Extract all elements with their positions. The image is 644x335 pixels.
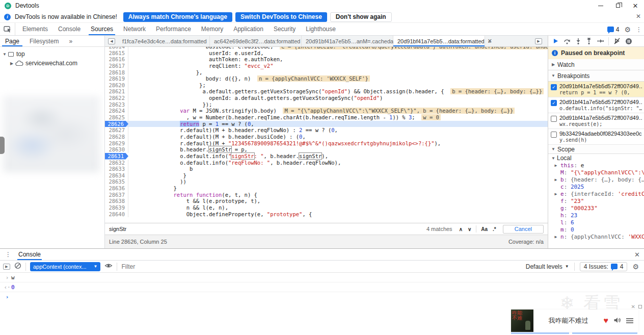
code-line[interactable]: 28627 r.default)(M + b.header.reqFlowNo)… [105, 127, 548, 134]
console-output[interactable]: ›w‹·0› [0, 273, 644, 302]
source-tab[interactable]: ac642e69de8c3f2…data:formatted [210, 36, 302, 46]
tab-sources[interactable]: Sources [86, 23, 118, 35]
breakpoint-entry[interactable]: 20d91bf41a7e5b5d572ff007d49…wx.request(e… [548, 113, 644, 129]
edge-handle[interactable] [0, 137, 5, 154]
line-number[interactable]: 28616 [105, 56, 128, 63]
chevron-right-icon[interactable]: ▶ [553, 176, 558, 184]
tab-console[interactable]: Console [53, 23, 86, 35]
more-tabs-icon[interactable]: ▶ [535, 38, 542, 44]
code-line[interactable]: 28633 b [105, 166, 548, 172]
dont-show-again-button[interactable]: Don't show again [330, 12, 392, 22]
scope-variable[interactable]: ▶e: {interfaceId: 'creditCard/q [548, 191, 644, 198]
line-number[interactable]: 28637 [105, 192, 128, 198]
line-number[interactable]: 28633 [105, 166, 128, 172]
code-line[interactable]: 28618 }, [105, 69, 548, 76]
code-line[interactable]: 28621 a.default.getters.getVuexStorageSy… [105, 88, 548, 95]
tab-security[interactable]: Security [269, 23, 301, 35]
source-tab[interactable]: f1fca7e4e3dc4ce…data:formatted [118, 36, 210, 46]
line-number[interactable]: 28622 [105, 95, 128, 101]
source-tab[interactable]: 20d91bf41a7e5b5…anM=.cachedata [302, 36, 393, 46]
code-line[interactable]: 28635 )) [105, 178, 548, 185]
scope-variable[interactable]: f: "23" [548, 198, 644, 205]
more-options-icon[interactable]: ⋮ [636, 26, 642, 33]
line-number[interactable]: 28640 [105, 211, 128, 218]
code-line[interactable]: 28617 reqClient: "evcc_v2" [105, 63, 548, 69]
close-notification-icon[interactable]: ✕ [636, 13, 641, 20]
prev-match-button[interactable]: ∧ [457, 226, 465, 232]
code-line[interactable]: 28632 o.default.info("reqFlowNo: ", b.he… [105, 160, 548, 166]
code-line[interactable]: 28625 , w = Number(b.header.reqTime.char… [105, 114, 548, 121]
music-player-widget[interactable]: 咋能 不难 我咋能不难过 ♥ [511, 310, 638, 332]
scope-variable[interactable]: h: 23 [548, 212, 644, 219]
heart-icon[interactable]: ♥ [604, 316, 609, 325]
restore-button[interactable] [609, 0, 627, 11]
chevron-right-icon[interactable]: ▶ [553, 191, 558, 198]
code-line[interactable]: 28624 var M = JSON.stringify(b.body) M =… [105, 108, 548, 114]
code-line[interactable]: 28620 }; [105, 82, 548, 89]
always-match-language-button[interactable]: Always match Chrome's language [123, 12, 232, 22]
tab-page[interactable]: Page [0, 36, 24, 46]
line-number[interactable]: 28638 [105, 198, 128, 204]
step-into-icon[interactable] [575, 38, 581, 44]
scope-variable[interactable]: m: 0 [548, 226, 644, 234]
code-line[interactable]: 28637 return function(e, t, n) { [105, 192, 548, 198]
pause-exceptions-icon[interactable] [625, 38, 632, 45]
scope-variable[interactable]: ▶this: e [548, 162, 644, 169]
console-kebab-icon[interactable]: ⋮ [0, 251, 16, 258]
tab-console[interactable]: Console [17, 249, 42, 260]
code-line[interactable]: 28639 n && l(e, n), [105, 204, 548, 211]
tab-filesystem[interactable]: Filesystem [24, 36, 64, 46]
navigator-overflow-icon[interactable]: » [64, 36, 77, 46]
scope-variable[interactable]: M: "{\"applyChannlVCC\":\"WXXC [548, 169, 644, 176]
code-line[interactable]: 28630 b.header.signStr = p, [105, 146, 548, 153]
line-number[interactable]: 28621 [105, 88, 128, 95]
console-sidebar-icon[interactable]: ▶ [3, 264, 10, 270]
tab-performance[interactable]: Performance [151, 23, 196, 35]
line-number[interactable]: 28617 [105, 63, 128, 69]
breakpoint-checkbox[interactable] [551, 132, 557, 138]
code-line[interactable]: 28622 openId: a.default.getters.getVuexS… [105, 95, 548, 101]
line-number[interactable]: 28629 [105, 140, 128, 147]
line-number[interactable]: 28636 [105, 185, 128, 192]
code-line[interactable]: 28631 o.default.info("signStr: ", b.head… [105, 153, 548, 160]
tab-close-icon[interactable]: ✕ [488, 38, 492, 44]
settings-icon[interactable]: ⚙ [624, 25, 631, 34]
code-line[interactable]: 28636 } [105, 185, 548, 192]
issues-counter[interactable]: 4 Issues: 4 [580, 262, 628, 271]
tab-memory[interactable]: Memory [196, 23, 228, 35]
breakpoint-entry[interactable]: ✓20d91bf41a7e5b5d572ff007d49…return p = … [548, 82, 644, 97]
line-number[interactable]: 28628 [105, 134, 128, 140]
scope-variable[interactable]: ▶b: {header: {…}, body: {…}} [548, 176, 644, 184]
breakpoint-checkbox[interactable]: ✓ [551, 100, 557, 106]
scope-local-header[interactable]: ▼ Local [548, 154, 644, 162]
step-over-icon[interactable] [564, 38, 571, 44]
scope-section-header[interactable]: ▼ Scope [548, 145, 644, 154]
deactivate-breakpoints-icon[interactable] [613, 38, 621, 44]
speaker-icon[interactable] [613, 317, 621, 325]
line-number[interactable]: 28623 [105, 101, 128, 108]
filter-input[interactable] [121, 263, 521, 270]
step-icon[interactable] [597, 38, 604, 44]
line-number[interactable]: 28630 [105, 146, 128, 153]
breakpoint-badge[interactable]: 28631 [105, 153, 128, 160]
line-number[interactable]: 28620 [105, 82, 128, 89]
breakpoint-entry[interactable]: 9b334294adaeb0f08294303ee0c…y.send(h) [548, 129, 644, 145]
tree-item-top[interactable]: ▼ top [2, 49, 104, 59]
line-number[interactable]: 28635 [105, 178, 128, 185]
watch-section-header[interactable]: ▶ Watch [548, 59, 644, 70]
breakpoint-checkbox[interactable]: ✓ [551, 84, 557, 90]
search-input[interactable] [105, 226, 426, 232]
breakpoint-entry[interactable]: ✓20d91bf41a7e5b5d572ff007d49…o.default.i… [548, 97, 644, 113]
resume-icon[interactable] [552, 38, 559, 44]
code-line[interactable]: 28629 r.default)(M + "123456789009876543… [105, 140, 548, 147]
line-number[interactable]: 28627 [105, 127, 128, 134]
code-line[interactable]: 28634 } [105, 172, 548, 179]
line-number[interactable]: 28625 [105, 114, 128, 121]
code-line[interactable]: 28616 authToken: e.authToken, [105, 56, 548, 63]
breakpoints-section-header[interactable]: ▼ Breakpoints [548, 70, 644, 82]
cancel-button[interactable]: Cancel [503, 225, 544, 234]
regex-button[interactable]: .* [490, 226, 499, 232]
scope-variable[interactable]: g: "000233" [548, 205, 644, 212]
code-line[interactable]: 28640 Object.defineProperty(e, "prototyp… [105, 211, 548, 218]
line-number[interactable]: 28632 [105, 160, 128, 166]
